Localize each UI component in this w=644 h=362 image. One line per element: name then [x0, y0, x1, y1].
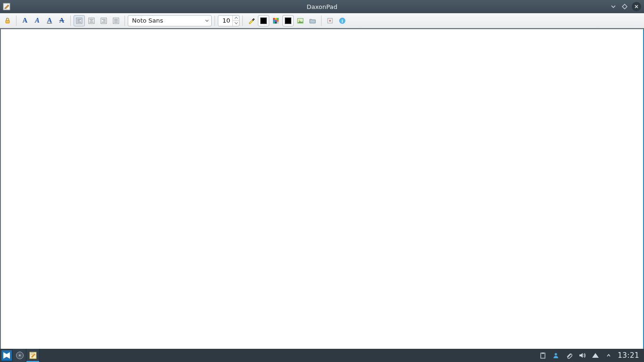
svg-rect-28 [542, 353, 544, 354]
toolbar-separator [16, 16, 17, 26]
fill-color-block [285, 17, 291, 24]
toolbar-separator [124, 16, 125, 26]
align-center-button[interactable] [86, 15, 97, 26]
svg-point-18 [329, 20, 331, 22]
fill-color-swatch[interactable] [282, 15, 294, 26]
toolbar-separator [215, 16, 215, 26]
svg-rect-1 [6, 20, 9, 23]
toolbar-separator [242, 16, 243, 26]
font-style-group: A A A A [19, 15, 67, 26]
text-color-swatch[interactable] [258, 15, 269, 26]
font-size-value: 10 [218, 17, 232, 24]
bold-button[interactable]: A [19, 15, 31, 26]
minimize-button[interactable] [609, 2, 618, 11]
alignment-group [74, 15, 122, 26]
svg-rect-7 [275, 18, 277, 20]
app-icon [2, 2, 11, 11]
insert-image-button[interactable] [295, 15, 306, 26]
open-folder-button[interactable] [307, 15, 318, 26]
italic-button[interactable]: A [32, 15, 43, 26]
settings-button[interactable] [324, 15, 336, 26]
svg-rect-14 [277, 22, 279, 24]
underline-button[interactable]: A [44, 15, 55, 26]
align-right-button[interactable] [98, 15, 109, 26]
svg-rect-13 [275, 22, 277, 24]
svg-rect-10 [275, 20, 277, 22]
taskbar-left [0, 349, 40, 362]
svg-text:i: i [342, 18, 343, 24]
strikethrough-button[interactable]: A [56, 15, 67, 26]
svg-rect-6 [273, 18, 275, 20]
svg-rect-12 [273, 22, 275, 24]
lock-button[interactable] [2, 15, 13, 26]
font-family-value: Noto Sans [132, 17, 163, 24]
info-button[interactable]: i [337, 15, 348, 26]
spinner-buttons [232, 16, 239, 26]
network-tray-icon[interactable] [591, 351, 600, 360]
font-size-spinner[interactable]: 10 [218, 15, 239, 26]
svg-point-29 [555, 353, 557, 355]
taskbar: 13:21 [0, 349, 644, 362]
font-family-combo[interactable]: Noto Sans [128, 15, 212, 26]
text-color-block [260, 17, 267, 24]
svg-rect-27 [541, 353, 545, 358]
clipboard-tray-icon[interactable] [538, 351, 547, 360]
color-picker-button[interactable] [270, 15, 281, 26]
system-tray: 13:21 [538, 349, 644, 362]
align-justify-button[interactable] [110, 15, 122, 26]
tray-expand-icon[interactable] [604, 351, 613, 360]
align-left-button[interactable] [74, 15, 85, 26]
taskbar-app-daxonpad[interactable] [26, 349, 40, 362]
toolbar-separator [321, 16, 322, 26]
svg-rect-9 [273, 20, 275, 22]
spin-up-button[interactable] [233, 16, 239, 21]
window-controls [609, 2, 644, 11]
taskbar-app-browser[interactable] [13, 349, 26, 362]
user-tray-icon[interactable] [552, 351, 560, 360]
editor-area[interactable] [0, 29, 644, 349]
svg-point-25 [19, 355, 20, 356]
spin-down-button[interactable] [233, 21, 239, 26]
attachment-tray-icon[interactable] [565, 351, 573, 360]
toolbar: A A A A Noto Sans 10 [0, 13, 644, 28]
app-launcher-button[interactable] [0, 349, 13, 362]
maximize-button[interactable] [620, 2, 629, 11]
highlighter-button[interactable] [246, 15, 257, 26]
titlebar: DaxonPad [0, 0, 644, 13]
toolbar-separator [70, 16, 71, 26]
volume-tray-icon[interactable] [578, 351, 586, 360]
svg-rect-11 [277, 20, 279, 22]
chevron-down-icon [205, 18, 209, 23]
taskbar-clock[interactable]: 13:21 [618, 351, 639, 360]
window-title: DaxonPad [0, 3, 644, 10]
svg-point-16 [299, 19, 300, 21]
close-button[interactable] [632, 2, 641, 11]
svg-rect-8 [277, 18, 279, 20]
